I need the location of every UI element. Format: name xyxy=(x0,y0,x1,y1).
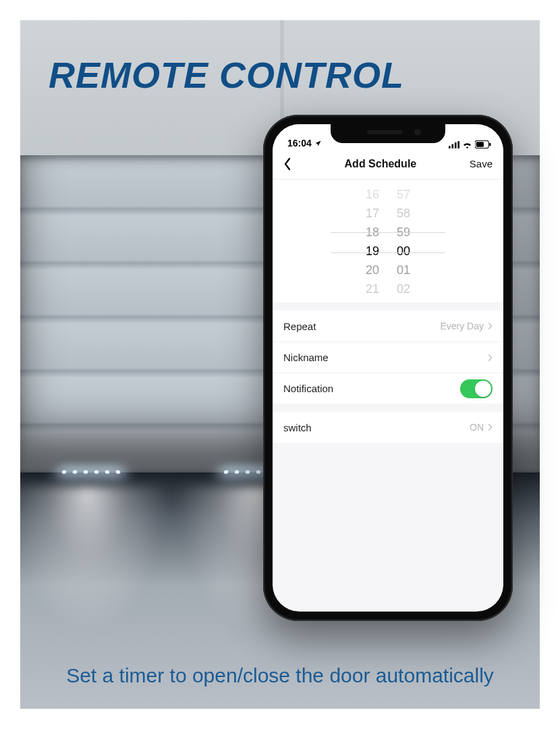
switch-value: ON xyxy=(470,422,484,433)
location-icon xyxy=(314,140,322,147)
repeat-value: Every Day xyxy=(440,321,484,331)
marketing-headline: REMOTE CONTROL xyxy=(49,54,404,96)
time-picker[interactable]: 16 17 18 19 20 21 22 57 58 59 00 01 02 0… xyxy=(273,180,503,302)
chevron-right-icon xyxy=(488,322,493,330)
chevron-right-icon xyxy=(488,423,493,431)
wifi-icon xyxy=(462,141,472,148)
svg-rect-3 xyxy=(457,141,459,148)
switch-label: switch xyxy=(283,422,312,433)
battery-icon xyxy=(475,140,491,148)
svg-rect-6 xyxy=(489,143,491,146)
save-button[interactable]: Save xyxy=(470,158,493,169)
nav-bar: Add Schedule Save xyxy=(273,148,503,180)
phone-frame: 16:04 Add Schedule Save 16 17 18 xyxy=(263,115,513,621)
svg-rect-1 xyxy=(451,144,453,148)
phone-notch xyxy=(331,124,445,143)
repeat-row[interactable]: Repeat Every Day xyxy=(273,310,503,342)
svg-rect-5 xyxy=(476,142,484,146)
back-icon[interactable] xyxy=(283,157,291,171)
switch-row[interactable]: switch ON xyxy=(273,412,503,443)
marketing-subline: Set a timer to open/close the door autom… xyxy=(20,664,540,687)
phone-screen: 16:04 Add Schedule Save 16 17 18 xyxy=(273,124,503,612)
notification-row: Notification xyxy=(273,373,503,404)
light-beam xyxy=(7,486,169,634)
signal-icon xyxy=(449,141,459,148)
hour-column[interactable]: 16 17 18 19 20 21 22 xyxy=(366,185,379,302)
svg-rect-2 xyxy=(455,142,457,148)
notification-label: Notification xyxy=(283,383,333,394)
page-title: Add Schedule xyxy=(345,158,417,170)
chevron-right-icon xyxy=(488,354,493,362)
repeat-label: Repeat xyxy=(283,321,316,332)
nickname-row[interactable]: Nickname xyxy=(273,342,503,373)
notification-toggle[interactable] xyxy=(460,379,493,398)
minute-column[interactable]: 57 58 59 00 01 02 03 xyxy=(397,185,410,302)
svg-rect-0 xyxy=(449,146,451,148)
status-time: 16:04 xyxy=(287,138,312,148)
nickname-label: Nickname xyxy=(283,352,329,363)
